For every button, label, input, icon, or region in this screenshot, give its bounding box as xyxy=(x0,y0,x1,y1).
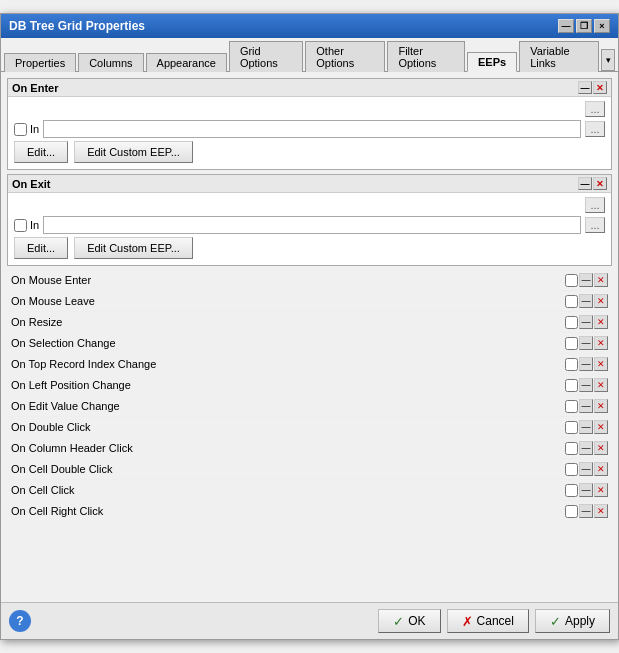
event-controls: — ✕ xyxy=(565,462,608,476)
event-collapse-button[interactable]: — xyxy=(579,483,593,497)
close-button[interactable]: × xyxy=(594,19,610,33)
tab-eeps[interactable]: EEPs xyxy=(467,52,517,72)
event-close-button[interactable]: ✕ xyxy=(594,294,608,308)
event-close-button[interactable]: ✕ xyxy=(594,504,608,518)
on-exit-edit-custom-eep-button[interactable]: Edit Custom EEP... xyxy=(74,237,193,259)
event-checkbox[interactable] xyxy=(565,442,578,455)
tabs-bar: Properties Columns Appearance Grid Optio… xyxy=(1,38,618,72)
event-checkbox[interactable] xyxy=(565,295,578,308)
event-controls: — ✕ xyxy=(565,336,608,350)
on-enter-edit-button[interactable]: Edit... xyxy=(14,141,68,163)
tab-appearance[interactable]: Appearance xyxy=(146,53,227,72)
cancel-button[interactable]: ✗ Cancel xyxy=(447,609,529,633)
event-collapse-button[interactable]: — xyxy=(579,399,593,413)
apply-button[interactable]: ✓ Apply xyxy=(535,609,610,633)
on-enter-body: ... In ... Edit... Edit Custom EEP... xyxy=(8,97,611,169)
minimize-button[interactable]: — xyxy=(558,19,574,33)
event-collapse-button[interactable]: — xyxy=(579,336,593,350)
event-close-button[interactable]: ✕ xyxy=(594,441,608,455)
event-close-button[interactable]: ✕ xyxy=(594,420,608,434)
event-controls: — ✕ xyxy=(565,420,608,434)
tab-columns[interactable]: Columns xyxy=(78,53,143,72)
event-name: On Mouse Enter xyxy=(11,274,91,286)
event-checkbox[interactable] xyxy=(565,505,578,518)
main-window: DB Tree Grid Properties — ❐ × Properties… xyxy=(0,13,619,640)
on-enter-title: On Enter xyxy=(12,82,578,94)
on-exit-edit-button[interactable]: Edit... xyxy=(14,237,68,259)
on-enter-in-label: In xyxy=(30,123,39,135)
on-enter-in-checkbox[interactable] xyxy=(14,123,27,136)
event-collapse-button[interactable]: — xyxy=(579,420,593,434)
on-enter-close-button[interactable]: ✕ xyxy=(593,81,607,94)
event-checkbox[interactable] xyxy=(565,337,578,350)
event-close-button[interactable]: ✕ xyxy=(594,462,608,476)
on-enter-section: On Enter — ✕ ... In ... xyxy=(7,78,612,170)
event-collapse-button[interactable]: — xyxy=(579,273,593,287)
on-exit-in-ellipsis-button[interactable]: ... xyxy=(585,217,605,233)
title-bar-controls: — ❐ × xyxy=(558,19,610,33)
event-name: On Edit Value Change xyxy=(11,400,120,412)
event-checkbox[interactable] xyxy=(565,484,578,497)
event-checkbox[interactable] xyxy=(565,358,578,371)
event-checkbox[interactable] xyxy=(565,463,578,476)
event-close-button[interactable]: ✕ xyxy=(594,357,608,371)
on-enter-ellipsis-button[interactable]: ... xyxy=(585,101,605,117)
restore-button[interactable]: ❐ xyxy=(576,19,592,33)
event-checkbox[interactable] xyxy=(565,421,578,434)
tab-filter-options[interactable]: Filter Options xyxy=(387,41,465,72)
on-exit-in-checkbox-label: In xyxy=(14,219,39,232)
event-row: On Mouse Enter — ✕ xyxy=(7,270,612,291)
tab-variable-links[interactable]: Variable Links xyxy=(519,41,599,72)
event-checkbox[interactable] xyxy=(565,274,578,287)
event-row: On Left Position Change — ✕ xyxy=(7,375,612,396)
event-collapse-button[interactable]: — xyxy=(579,378,593,392)
on-enter-in-input[interactable] xyxy=(43,120,581,138)
on-exit-in-label: In xyxy=(30,219,39,231)
event-close-button[interactable]: ✕ xyxy=(594,273,608,287)
event-row: On Cell Click — ✕ xyxy=(7,480,612,501)
on-exit-close-button[interactable]: ✕ xyxy=(593,177,607,190)
event-checkbox[interactable] xyxy=(565,379,578,392)
event-collapse-button[interactable]: — xyxy=(579,462,593,476)
on-exit-in-row: In ... xyxy=(14,216,605,234)
event-checkbox[interactable] xyxy=(565,316,578,329)
event-close-button[interactable]: ✕ xyxy=(594,378,608,392)
tab-properties[interactable]: Properties xyxy=(4,53,76,72)
tab-dropdown-button[interactable]: ▾ xyxy=(601,49,615,71)
event-collapse-button[interactable]: — xyxy=(579,357,593,371)
event-close-button[interactable]: ✕ xyxy=(594,315,608,329)
help-button[interactable]: ? xyxy=(9,610,31,632)
event-collapse-button[interactable]: — xyxy=(579,441,593,455)
on-exit-title: On Exit xyxy=(12,178,578,190)
event-close-button[interactable]: ✕ xyxy=(594,399,608,413)
on-enter-edit-custom-eep-button[interactable]: Edit Custom EEP... xyxy=(74,141,193,163)
cancel-label: Cancel xyxy=(477,614,514,628)
tab-other-options[interactable]: Other Options xyxy=(305,41,385,72)
event-collapse-button[interactable]: — xyxy=(579,315,593,329)
on-exit-collapse-button[interactable]: — xyxy=(578,177,592,190)
event-close-button[interactable]: ✕ xyxy=(594,336,608,350)
on-enter-collapse-button[interactable]: — xyxy=(578,81,592,94)
event-row: On Column Header Click — ✕ xyxy=(7,438,612,459)
ok-button[interactable]: ✓ OK xyxy=(378,609,440,633)
on-enter-in-ellipsis-button[interactable]: ... xyxy=(585,121,605,137)
on-exit-btn-row: Edit... Edit Custom EEP... xyxy=(14,237,605,259)
event-controls: — ✕ xyxy=(565,378,608,392)
on-exit-in-checkbox[interactable] xyxy=(14,219,27,232)
event-row: On Cell Double Click — ✕ xyxy=(7,459,612,480)
event-name: On Double Click xyxy=(11,421,90,433)
event-checkbox[interactable] xyxy=(565,400,578,413)
event-row: On Double Click — ✕ xyxy=(7,417,612,438)
tab-grid-options[interactable]: Grid Options xyxy=(229,41,303,72)
event-name: On Left Position Change xyxy=(11,379,131,391)
window-title: DB Tree Grid Properties xyxy=(9,19,145,33)
event-controls: — ✕ xyxy=(565,273,608,287)
on-exit-ellipsis-button[interactable]: ... xyxy=(585,197,605,213)
on-exit-in-input[interactable] xyxy=(43,216,581,234)
apply-label: Apply xyxy=(565,614,595,628)
on-exit-body: ... In ... Edit... Edit Custom EEP... xyxy=(8,193,611,265)
event-collapse-button[interactable]: — xyxy=(579,504,593,518)
event-close-button[interactable]: ✕ xyxy=(594,483,608,497)
event-collapse-button[interactable]: — xyxy=(579,294,593,308)
event-list: On Mouse Enter — ✕ On Mouse Leave — ✕ On… xyxy=(7,270,612,522)
